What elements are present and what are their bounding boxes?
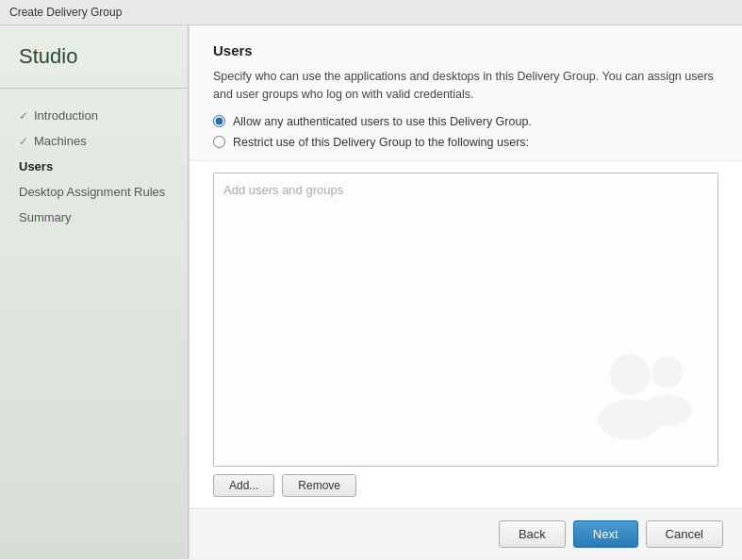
sidebar-item-desktop-assignment-rules[interactable]: Desktop Assignment Rules bbox=[0, 179, 188, 205]
sidebar-item-machines[interactable]: ✓ Machines bbox=[0, 128, 188, 154]
sidebar-item-introduction[interactable]: ✓ Introduction bbox=[0, 103, 188, 128]
add-button[interactable]: Add... bbox=[213, 474, 274, 497]
description-text: Specify who can use the applications and… bbox=[213, 68, 718, 104]
sidebar-item-label-summary: Summary bbox=[19, 210, 72, 224]
back-button[interactable]: Back bbox=[499, 520, 566, 548]
sidebar: Studio ✓ Introduction ✓ Machines Users D… bbox=[0, 25, 189, 559]
content-title: Users bbox=[213, 42, 718, 58]
title-bar: Create Delivery Group bbox=[0, 0, 742, 25]
sidebar-item-summary[interactable]: Summary bbox=[0, 205, 188, 230]
radio-restrict-use-label: Restrict use of this Delivery Group to t… bbox=[233, 136, 529, 149]
content-body: Add users and groups Add... Remove bbox=[190, 161, 742, 509]
svg-point-0 bbox=[609, 354, 650, 394]
remove-button[interactable]: Remove bbox=[282, 474, 356, 497]
sidebar-item-label-machines: Machines bbox=[34, 134, 87, 148]
watermark-icon bbox=[590, 340, 703, 456]
radio-allow-any[interactable]: Allow any authenticated users to use thi… bbox=[213, 115, 718, 128]
users-placeholder: Add users and groups bbox=[214, 173, 353, 206]
main-container: Studio ✓ Introduction ✓ Machines Users D… bbox=[0, 25, 742, 559]
content-area: Users Specify who can use the applicatio… bbox=[189, 25, 742, 559]
sidebar-title: Studio bbox=[0, 44, 188, 89]
sidebar-item-label-users: Users bbox=[19, 159, 53, 173]
radio-restrict-use-input[interactable] bbox=[213, 136, 225, 148]
sidebar-item-label-introduction: Introduction bbox=[34, 108, 98, 123]
radio-allow-any-input[interactable] bbox=[213, 115, 225, 127]
check-icon-introduction: ✓ bbox=[19, 109, 28, 123]
svg-point-2 bbox=[651, 356, 684, 388]
check-icon-machines: ✓ bbox=[19, 135, 28, 148]
content-header: Users Specify who can use the applicatio… bbox=[190, 25, 742, 161]
next-button[interactable]: Next bbox=[573, 520, 638, 548]
radio-group: Allow any authenticated users to use thi… bbox=[213, 115, 718, 149]
footer: Back Next Cancel bbox=[190, 508, 742, 559]
sidebar-item-label-desktop-assignment-rules: Desktop Assignment Rules bbox=[19, 185, 165, 199]
svg-point-3 bbox=[642, 395, 692, 427]
users-box: Add users and groups bbox=[213, 173, 718, 468]
cancel-button[interactable]: Cancel bbox=[646, 520, 723, 548]
title-bar-label: Create Delivery Group bbox=[9, 6, 122, 19]
sidebar-item-users[interactable]: Users bbox=[0, 154, 188, 179]
radio-allow-any-label: Allow any authenticated users to use thi… bbox=[233, 115, 532, 128]
box-buttons: Add... Remove bbox=[213, 474, 718, 497]
radio-restrict-use[interactable]: Restrict use of this Delivery Group to t… bbox=[213, 136, 718, 149]
